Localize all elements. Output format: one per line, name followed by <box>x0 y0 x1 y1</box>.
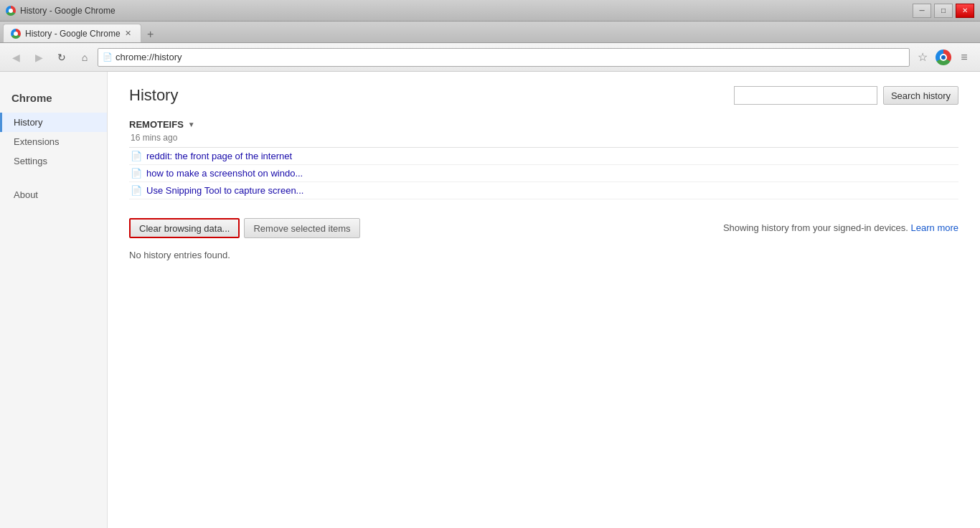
group-name: REMOTEIFS <box>129 119 184 130</box>
entry-icon-1: 📄 <box>131 151 142 161</box>
clear-browsing-data-button[interactable]: Clear browsing data... <box>129 218 240 238</box>
minimize-button[interactable]: ─ <box>913 4 931 18</box>
sidebar-item-settings[interactable]: Settings <box>0 151 107 171</box>
history-entry-1: 📄 reddit: the front page of the internet <box>129 148 958 165</box>
chrome-logo <box>936 50 951 65</box>
address-text: chrome://history <box>116 52 182 62</box>
tab-title: History - Google Chrome <box>25 29 121 39</box>
entry-icon-2: 📄 <box>131 168 142 179</box>
search-history-button[interactable]: Search history <box>883 86 958 105</box>
sidebar-app-title: Chrome <box>0 86 107 110</box>
nav-bar: ◀ ▶ ↻ ⌂ 📄 chrome://history ☆ ≡ <box>0 43 980 72</box>
sidebar-item-settings-label: Settings <box>14 156 47 166</box>
main-container: Chrome History Extensions Settings About… <box>0 72 980 528</box>
sidebar-spacer <box>0 171 107 185</box>
bookmark-button[interactable]: ☆ <box>913 47 933 67</box>
window-favicon <box>6 6 16 16</box>
signed-in-text: Showing history from your signed-in devi… <box>723 222 908 233</box>
entry-link-1[interactable]: reddit: the front page of the internet <box>146 151 292 161</box>
address-bar[interactable]: 📄 chrome://history <box>98 48 910 67</box>
reload-button[interactable]: ↻ <box>52 47 72 67</box>
chrome-logo-ring <box>936 50 951 65</box>
entry-icon-3: 📄 <box>131 185 142 196</box>
title-bar: History - Google Chrome ─ □ ✕ <box>0 0 980 22</box>
back-button[interactable]: ◀ <box>6 47 26 67</box>
group-toggle-icon[interactable]: ▼ <box>188 121 195 128</box>
tab-favicon <box>11 29 21 39</box>
signed-in-notice: Showing history from your signed-in devi… <box>723 222 958 233</box>
sidebar-item-extensions-label: Extensions <box>14 136 60 147</box>
search-input[interactable] <box>734 86 877 105</box>
content-header: History Search history <box>129 86 958 105</box>
history-entries: 📄 reddit: the front page of the internet… <box>129 147 958 199</box>
history-entry-2: 📄 how to make a screenshot on windo... <box>129 165 958 182</box>
new-tab-button[interactable]: + <box>141 27 160 42</box>
page-title: History <box>129 86 178 105</box>
active-tab[interactable]: History - Google Chrome ✕ <box>3 24 141 42</box>
sidebar: Chrome History Extensions Settings About <box>0 72 108 528</box>
forward-button[interactable]: ▶ <box>29 47 49 67</box>
history-entry-3: 📄 Use Snipping Tool to capture screen... <box>129 182 958 199</box>
window-controls: ─ □ ✕ <box>913 4 974 18</box>
history-group: REMOTEIFS ▼ 16 mins ago 📄 reddit: the fr… <box>129 119 958 199</box>
search-area: Search history <box>734 86 958 105</box>
history-group-header: REMOTEIFS ▼ <box>129 119 958 130</box>
entry-link-2[interactable]: how to make a screenshot on windo... <box>146 168 303 179</box>
no-history-message: No history entries found. <box>129 250 958 260</box>
entry-link-3[interactable]: Use Snipping Tool to capture screen... <box>146 185 303 196</box>
maximize-button[interactable]: □ <box>934 4 953 18</box>
sidebar-item-history[interactable]: History <box>0 113 107 132</box>
action-buttons: Clear browsing data... Remove selected i… <box>129 218 360 238</box>
tab-close-button[interactable]: ✕ <box>123 29 133 39</box>
menu-button[interactable]: ≡ <box>954 47 974 67</box>
window-title: History - Google Chrome <box>20 6 913 16</box>
history-timestamp: 16 mins ago <box>129 133 958 143</box>
learn-more-link[interactable]: Learn more <box>911 222 958 233</box>
address-icon: 📄 <box>103 52 113 62</box>
sidebar-item-about-label: About <box>14 189 38 200</box>
sidebar-item-extensions[interactable]: Extensions <box>0 132 107 151</box>
chrome-logo-center <box>941 55 946 60</box>
sidebar-item-about[interactable]: About <box>0 185 107 204</box>
home-button[interactable]: ⌂ <box>75 47 95 67</box>
tab-bar: History - Google Chrome ✕ + <box>0 22 980 43</box>
remove-selected-button[interactable]: Remove selected items <box>244 218 359 238</box>
actions-row: Clear browsing data... Remove selected i… <box>129 207 958 247</box>
close-button[interactable]: ✕ <box>956 4 974 18</box>
content-area: History Search history REMOTEIFS ▼ 16 mi… <box>108 72 980 528</box>
sidebar-item-history-label: History <box>14 117 42 128</box>
